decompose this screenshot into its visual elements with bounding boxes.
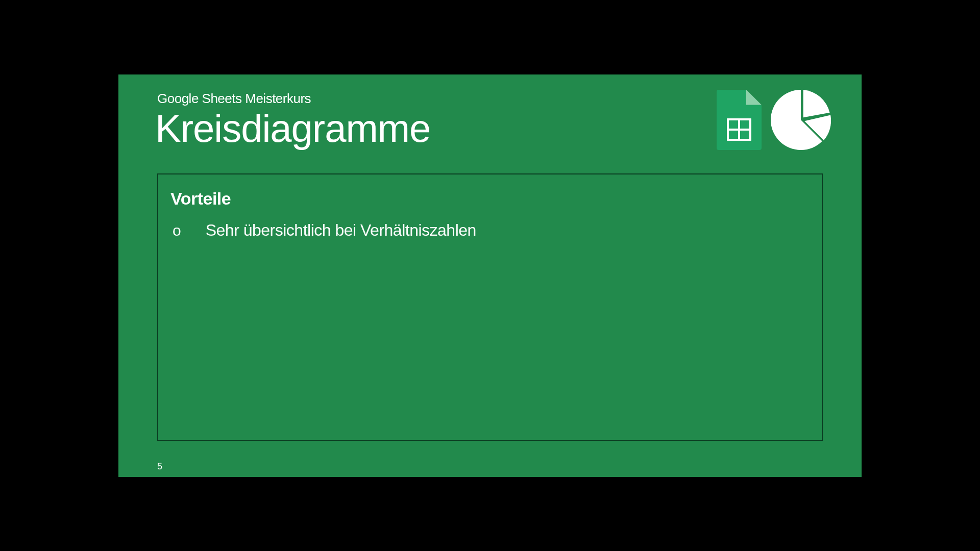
bullet-marker: o [173,223,181,238]
bullet-text: Sehr übersichtlich bei Verhältniszahlen [206,221,476,240]
slide: Google Sheets Meisterkurs Kreisdiagramme… [118,74,862,477]
page-number: 5 [157,461,162,472]
course-subtitle: Google Sheets Meisterkurs [157,91,311,107]
google-sheets-icon [717,90,762,150]
pie-chart-icon [771,90,831,150]
header-icons [717,90,831,150]
content-box: Vorteile o Sehr übersichtlich bei Verhäl… [157,173,823,441]
section-heading: Vorteile [170,189,810,209]
page-title: Kreisdiagramme [155,107,430,150]
list-item: o Sehr übersichtlich bei Verhältniszahle… [170,221,810,240]
